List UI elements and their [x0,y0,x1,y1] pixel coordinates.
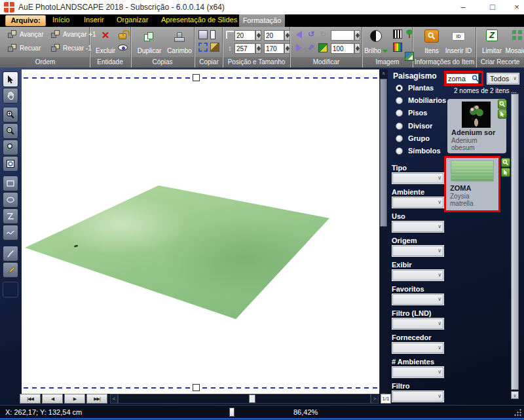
page-handle-top[interactable] [193,74,200,81]
item-insert-button[interactable] [498,109,507,119]
tool-eyedropper[interactable] [3,246,18,261]
menu-tab-apresentacao[interactable]: Apresentação de Slides [161,16,237,24]
filter-dropdown-fornecedor[interactable]: ∨ [392,342,444,354]
nav-next-button[interactable]: ▶ [64,394,85,404]
mosaico-icon[interactable] [512,30,522,40]
sidebar-scroll-down-icon[interactable]: ∨ [511,391,519,399]
tool-pen[interactable] [3,262,18,278]
filter-dropdown-filtro-lnd[interactable]: ∨ [392,318,444,330]
pos-y-input[interactable] [234,43,255,54]
maximize-button[interactable]: □ [481,0,504,14]
page-handle-bottom[interactable] [193,384,200,391]
vscroll-thumb[interactable] [380,79,387,227]
rotation-input[interactable] [331,30,354,41]
close-button[interactable]: × [506,0,524,14]
category-simbolos[interactable]: Símbolos [396,147,441,155]
category-pisos[interactable]: Pisos [396,109,427,117]
filter-dropdown-ambiente[interactable]: ∨ [392,197,444,208]
filter-dropdown-favoritos[interactable]: ∨ [392,294,444,305]
skew-icon[interactable]: ⇗ [307,43,316,52]
limitar-icon[interactable]: Z [486,29,498,41]
minimize-button[interactable]: – [452,0,474,14]
category-plantas[interactable]: Plantas [396,84,434,92]
tool-zoom-out[interactable] [3,123,18,139]
item-insert-button[interactable] [501,168,510,177]
item-zoom-button[interactable] [498,100,507,109]
item-zoom-button[interactable] [501,158,510,167]
nav-prev-button[interactable]: ◀ [42,394,63,404]
visibility-eye-icon[interactable] [118,45,128,50]
category-divisor[interactable]: Divisor [396,122,432,130]
tool-zoom-selection[interactable] [3,140,18,155]
scope-dropdown[interactable]: Todos ∨ [487,73,519,85]
recuar-minus1-button[interactable]: Recuar -1 [51,44,92,52]
menu-tab-organizar[interactable]: Organizar [117,16,148,24]
grass-plane-object[interactable] [22,69,379,394]
filter-dropdown-ambientes[interactable]: ∨ [392,366,444,378]
duplicar-label[interactable]: Duplicar [133,47,166,54]
canvas-hscrollbar[interactable] [118,394,371,404]
mosaico-label[interactable]: Mosaico [502,47,524,54]
size-h-spinner[interactable] [284,43,290,54]
copy-selection-icon[interactable] [198,43,208,52]
tool-zoom-in[interactable] [3,107,18,123]
scale-input[interactable] [331,43,354,54]
copy-strip-icon[interactable] [210,30,215,39]
filter-dropdown-uso[interactable]: ∨ [392,221,444,233]
filter-dropdown-tipo[interactable]: ∨ [392,172,444,184]
nav-first-button[interactable]: |◀◀ [20,394,41,404]
search-icon[interactable] [472,75,479,83]
hscroll-left-icon[interactable]: < [110,394,118,404]
itens-button[interactable] [424,29,439,43]
color-rainbow-icon[interactable] [393,43,402,52]
scale-spinner[interactable] [354,43,360,54]
filter-dropdown-filtro[interactable]: ∨ [392,391,444,402]
hscroll-right-icon[interactable]: > [371,394,379,404]
vegetation-icon[interactable] [405,29,414,39]
resize-grip[interactable] [514,409,521,416]
pos-y-spinner[interactable] [255,43,261,54]
tool-select[interactable] [3,71,18,87]
rotation-spinner[interactable] [354,30,360,41]
tool-extra[interactable] [3,282,18,297]
pos-x-spinner[interactable] [255,30,261,41]
tool-ellipse[interactable] [3,192,18,208]
pos-x-input[interactable] [234,30,255,41]
menu-tab-inicio[interactable]: Início [52,16,69,24]
avancar-button[interactable]: Avançar [8,30,44,39]
filter-dropdown-exibir[interactable]: ∨ [392,269,444,281]
tool-zoom-page[interactable] [3,156,18,172]
excluir-button[interactable]: ✕ [98,29,113,41]
copy-screen-icon[interactable] [198,30,208,39]
recuar-button[interactable]: Recuar [8,44,41,52]
size-h-input[interactable] [264,43,284,54]
zoom-slider-thumb[interactable] [229,408,234,417]
nav-last-button[interactable]: ▶▶| [86,394,107,404]
stamp-icon[interactable] [174,32,184,42]
tool-rectangle[interactable] [3,176,18,191]
carimbo-label[interactable]: Carimbo [163,47,196,54]
contrast-stripes-icon[interactable] [393,29,402,39]
filter-dropdown-origem[interactable]: ∨ [392,245,444,257]
avancar-plus1-button[interactable]: Avançar +1 [51,30,96,39]
copy-brush-icon[interactable] [210,43,219,52]
flip-left-icon[interactable] [296,31,302,39]
brightness-icon[interactable] [370,30,382,42]
unlock-icon[interactable] [119,33,126,39]
size-w-spinner[interactable] [284,30,290,41]
tool-pan[interactable] [3,88,18,104]
category-grupo[interactable]: Grupo [396,134,430,142]
hscroll-thumb[interactable] [249,394,255,403]
duplicate-icon[interactable] [144,32,154,42]
menu-arquivo[interactable]: Arquivo: [5,15,46,26]
inserir-id-label[interactable]: Inserir ID [440,47,477,54]
catalog-item-zoma[interactable]: ZOMA Zoysia matrella [446,158,498,210]
size-w-input[interactable] [264,30,284,41]
canvas[interactable] [22,69,379,394]
rotate-angle-icon[interactable]: ↻ [318,29,328,39]
tool-polygon[interactable] [3,208,18,224]
fill-color-icon[interactable] [318,43,328,52]
sidebar-scrollbar[interactable] [511,94,519,390]
tool-curve[interactable] [3,225,18,240]
menu-tab-inserir[interactable]: Inserir [84,16,104,24]
